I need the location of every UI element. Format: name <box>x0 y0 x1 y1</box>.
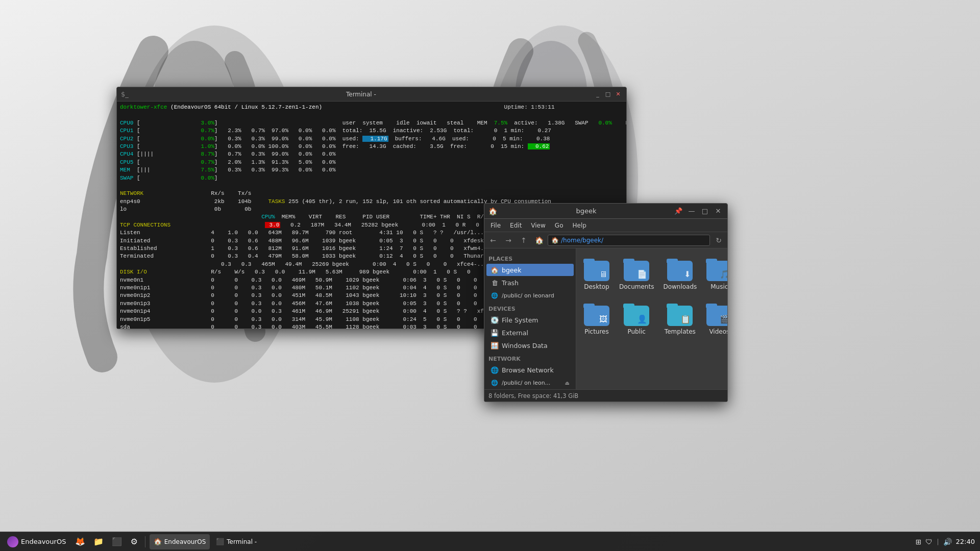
sidebar-label-trash: Trash <box>502 279 519 287</box>
taskbar: EndeavourOS 🦊 📁 ⬛ ⚙ 🏠 EndeavourOS ⬛ Term… <box>0 532 980 551</box>
folder-label-desktop: Desktop <box>584 283 609 290</box>
sidebar-label-external: External <box>502 329 528 337</box>
fm-maximize-btn[interactable]: □ <box>700 206 710 216</box>
sidebar-item-public-leonard[interactable]: 🌐 /public/ on leonard <box>486 289 574 302</box>
terminal-title: Terminal - <box>129 91 594 98</box>
network-share-icon: 🌐 <box>491 291 499 299</box>
trash-icon: 🗑 <box>491 279 499 287</box>
terminal-window-icon: ⬛ <box>216 538 224 545</box>
terminal-icon: ⬛ <box>112 537 122 546</box>
filesystem-icon: 💽 <box>491 316 499 324</box>
fm-menu-view[interactable]: View <box>527 221 549 230</box>
taskbar-window-terminal[interactable]: ⬛ Terminal - <box>212 534 261 549</box>
bgeek-window-icon: 🏠 <box>154 538 162 545</box>
terminal-minimize-btn[interactable]: _ <box>594 90 602 98</box>
quick-launch-terminal[interactable]: ⬛ <box>109 534 125 549</box>
videos-overlay-icon: 🎬 <box>720 314 727 324</box>
folder-icon: 📁 <box>93 537 104 546</box>
fm-home-nav-btn[interactable]: 🏠 <box>532 234 546 247</box>
sidebar-item-filesystem[interactable]: 💽 File System <box>486 314 574 326</box>
fm-path-text: /home/bgeek/ <box>561 237 603 244</box>
fm-menu-go[interactable]: Go <box>551 221 568 230</box>
fm-network-section: Network <box>484 354 576 363</box>
fm-devices-section: Devices <box>484 304 576 313</box>
fm-status-text: 8 folders, Free space: 41,3 GiB <box>488 392 578 399</box>
fm-places-section: Places <box>484 254 576 263</box>
external-drive-icon: 💾 <box>491 329 499 337</box>
sidebar-item-trash[interactable]: 🗑 Trash <box>486 277 574 289</box>
quick-launch-apps[interactable]: ⚙ <box>127 534 140 549</box>
layout-switcher-icon[interactable]: ⊞ <box>916 538 922 546</box>
taskbar-window-bgeek[interactable]: 🏠 EndeavourOS <box>150 534 210 549</box>
folder-documents[interactable]: 📄 Documents <box>617 254 656 293</box>
folder-videos[interactable]: 🎬 Videos <box>704 298 727 338</box>
fm-reload-btn[interactable]: ↻ <box>712 234 725 247</box>
folder-label-videos: Videos <box>709 328 727 335</box>
sidebar-item-public-leon[interactable]: 🌐 /public/ on leon... ⏏ <box>486 377 574 389</box>
folder-label-pictures: Pictures <box>584 328 609 335</box>
folder-music[interactable]: 🎵 Music <box>704 254 727 293</box>
fm-main-content: 🖥 Desktop 📄 Documents <box>576 248 727 389</box>
clock[interactable]: 22:40 <box>956 538 975 545</box>
fm-forward-btn[interactable]: → <box>502 234 515 247</box>
fm-back-btn[interactable]: ← <box>486 234 500 247</box>
sidebar-item-browse-network[interactable]: 🌐 Browse Network <box>486 364 574 376</box>
fm-pin-btn[interactable]: 📌 <box>673 206 683 216</box>
fm-menu-help[interactable]: Help <box>568 221 590 230</box>
security-icon: | <box>937 538 939 545</box>
documents-folder-icon: 📄 <box>623 257 650 281</box>
fm-body: Places 🏠 bgeek 🗑 Trash 🌐 /public/ on leo… <box>484 248 727 389</box>
file-manager-window: 🏠 bgeek 📌 — □ ✕ File Edit View Go Help ←… <box>484 203 728 402</box>
folder-public[interactable]: 👤 Public <box>617 298 656 338</box>
terminal-close-btn[interactable]: ✕ <box>614 90 622 98</box>
browse-network-icon: 🌐 <box>491 366 499 374</box>
downloads-folder-icon: ⬇ <box>667 257 693 281</box>
fm-menu-file[interactable]: File <box>486 221 505 230</box>
fm-path-bar[interactable]: 🏠 /home/bgeek/ <box>548 235 710 246</box>
music-overlay-icon: 🎵 <box>720 269 727 279</box>
terminal-titlebar: $_ Terminal - _ □ ✕ <box>117 87 626 102</box>
folder-label-public: Public <box>627 328 646 335</box>
fm-up-btn[interactable]: ↑ <box>517 234 530 247</box>
fm-titlebar: 🏠 bgeek 📌 — □ ✕ <box>484 204 727 219</box>
sidebar-label-browse-network: Browse Network <box>502 366 554 374</box>
folder-desktop[interactable]: 🖥 Desktop <box>581 254 612 293</box>
fm-close-btn[interactable]: ✕ <box>713 206 723 216</box>
folder-pictures[interactable]: 🖼 Pictures <box>581 298 612 338</box>
folder-downloads[interactable]: ⬇ Downloads <box>661 254 699 293</box>
sidebar-label-public-leon: /public/ on leon... <box>502 380 550 386</box>
fm-home-icon: 🏠 <box>488 207 497 215</box>
fm-path-home-icon: 🏠 <box>551 237 559 244</box>
network-icon[interactable]: 🛡 <box>925 538 933 546</box>
fm-menu-edit[interactable]: Edit <box>506 221 526 230</box>
desktop-overlay-icon: 🖥 <box>599 269 607 279</box>
folder-label-templates: Templates <box>665 328 696 335</box>
fm-window-controls: 📌 — □ ✕ <box>673 206 723 216</box>
sidebar-item-windows-data[interactable]: 🪟 Windows Data <box>486 339 574 352</box>
videos-folder-icon: 🎬 <box>706 302 727 326</box>
terminal-maximize-btn[interactable]: □ <box>604 90 612 98</box>
sidebar-item-external[interactable]: 💾 External <box>486 327 574 339</box>
fm-toolbar: ← → ↑ 🏠 🏠 /home/bgeek/ ↻ <box>484 232 727 248</box>
sidebar-item-bgeek[interactable]: 🏠 bgeek <box>486 264 574 276</box>
public-folder-icon: 👤 <box>623 302 650 326</box>
documents-overlay-icon: 📄 <box>637 269 647 279</box>
endeavouros-logo <box>7 536 18 547</box>
eject-icon[interactable]: ⏏ <box>565 380 570 386</box>
sidebar-label-bgeek: bgeek <box>502 266 522 274</box>
taskbar-right: ⊞ 🛡 | 🔊 22:40 <box>911 538 980 546</box>
folder-templates[interactable]: 📋 Templates <box>661 298 699 338</box>
quick-launch-firefox[interactable]: 🦊 <box>72 534 88 549</box>
volume-icon[interactable]: 🔊 <box>943 538 952 546</box>
sidebar-label-filesystem: File System <box>502 316 538 324</box>
quick-launch-thunar[interactable]: 📁 <box>90 534 107 549</box>
pictures-folder-icon: 🖼 <box>583 302 610 326</box>
folder-label-documents: Documents <box>619 283 654 290</box>
terminal-window-label: Terminal - <box>227 538 257 545</box>
terminal-controls: _ □ ✕ <box>594 90 622 98</box>
terminal-prompt-icon: $_ <box>121 90 129 98</box>
fm-minimize-btn[interactable]: — <box>687 206 697 216</box>
apps-menu-button[interactable]: EndeavourOS <box>3 534 70 549</box>
apps-label: EndeavourOS <box>21 538 66 545</box>
folder-label-downloads: Downloads <box>663 283 697 290</box>
